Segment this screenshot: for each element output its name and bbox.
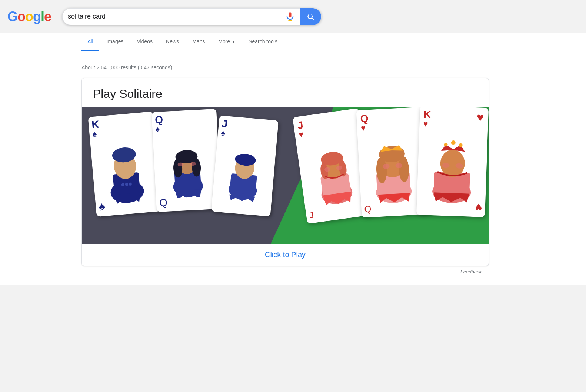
card-bottom-suit: ♠	[98, 199, 106, 213]
card-bottom-suit: Q	[159, 197, 167, 209]
nav-item-more[interactable]: More ▼	[212, 33, 241, 51]
nav-item-images[interactable]: Images	[101, 33, 130, 51]
click-to-play[interactable]: Click to Play	[82, 244, 489, 266]
svg-rect-0	[289, 12, 292, 17]
search-icons	[283, 10, 297, 23]
chevron-down-icon: ▼	[232, 40, 235, 44]
main-content: About 2,640,000 results (0.47 seconds) P…	[0, 51, 586, 285]
feedback-link[interactable]: Feedback	[460, 269, 482, 275]
card-figure-j-spades	[214, 137, 274, 213]
solitaire-card[interactable]: Play Solitaire K ♠	[81, 78, 489, 266]
logo-o2: o	[25, 9, 33, 24]
jack-spades-figure	[223, 148, 265, 203]
nav-bar: All Images Videos News Maps More ▼ Searc…	[0, 33, 586, 51]
nav-item-maps[interactable]: Maps	[186, 33, 211, 51]
nav-item-news[interactable]: News	[160, 33, 185, 51]
google-logo[interactable]: Google	[7, 9, 51, 24]
solitaire-image: K ♠	[82, 107, 489, 244]
card-corner: Q ♠	[154, 112, 214, 133]
card-k-spades: K ♠	[88, 112, 162, 217]
logo-g: G	[7, 9, 17, 24]
search-icon	[307, 13, 315, 21]
feedback-area: Feedback	[81, 266, 489, 278]
nav-item-videos[interactable]: Videos	[131, 33, 159, 51]
logo-l: l	[41, 9, 44, 24]
card-figure-q-hearts	[361, 129, 424, 214]
card-table: K ♠	[82, 107, 489, 244]
card-j-spades: J ♠	[211, 116, 279, 217]
card-corner: Q ♥	[360, 111, 420, 132]
queen-hearts-figure	[367, 139, 419, 205]
search-button[interactable]	[300, 8, 321, 25]
jack-hearts-figure	[308, 143, 360, 207]
card-bottom-rank: Q	[364, 204, 372, 215]
nav-item-all[interactable]: All	[81, 33, 99, 51]
logo-g2: g	[33, 9, 41, 24]
card-heart-top-right: ♥	[477, 110, 484, 124]
card-figure-k-hearts	[420, 128, 484, 213]
search-input[interactable]: solitaire card	[68, 13, 283, 20]
mic-button[interactable]	[283, 10, 297, 23]
card-top-suit: ♥	[475, 200, 482, 214]
header: Google solitaire card	[0, 0, 586, 33]
mic-icon	[285, 11, 295, 22]
results-info: About 2,640,000 results (0.47 seconds)	[81, 59, 505, 78]
card-corner: K ♥	[423, 109, 485, 130]
search-bar: solitaire card	[62, 8, 322, 25]
solitaire-title: Play Solitaire	[82, 78, 489, 107]
card-k-hearts: K ♥	[416, 107, 489, 217]
king-hearts-figure	[425, 137, 479, 204]
logo-e: e	[44, 9, 51, 24]
svg-point-42	[451, 140, 455, 145]
logo-o1: o	[17, 9, 25, 24]
card-q-spades: Q ♠	[152, 109, 222, 212]
king-spades-figure	[101, 142, 150, 205]
nav-item-search-tools[interactable]: Search tools	[243, 33, 283, 51]
queen-spades-figure	[165, 141, 209, 199]
